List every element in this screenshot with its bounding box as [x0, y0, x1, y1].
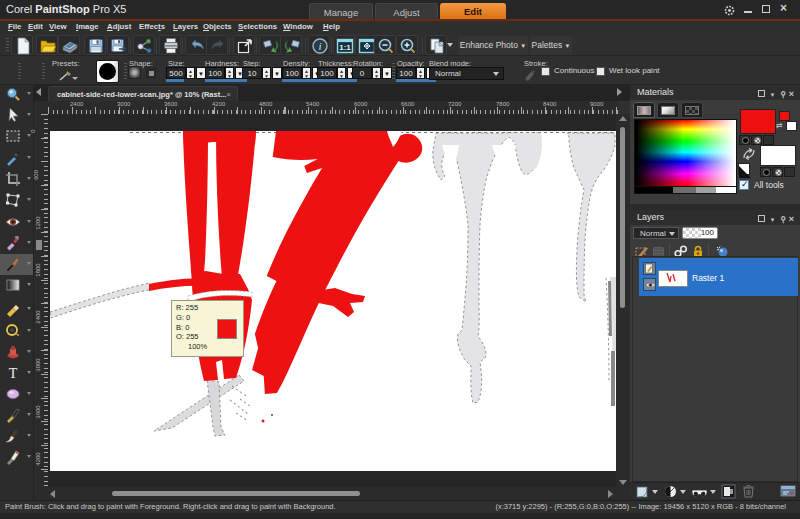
svg-text:T: T — [9, 366, 18, 381]
svg-text:i: i — [318, 40, 321, 52]
svg-text:1:1: 1:1 — [339, 43, 351, 52]
